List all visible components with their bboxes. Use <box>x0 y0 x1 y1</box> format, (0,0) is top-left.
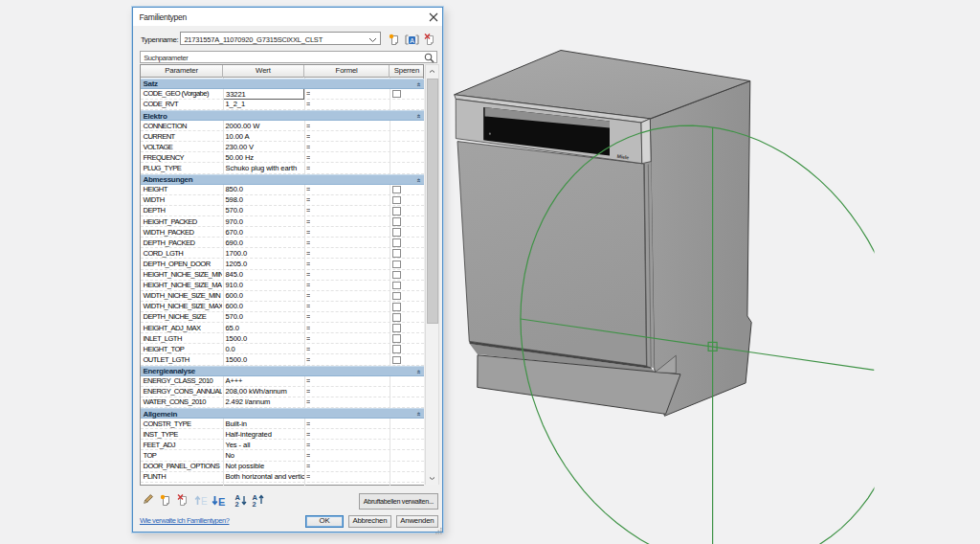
svg-text:2: 2 <box>234 500 238 508</box>
svg-text:2: 2 <box>253 500 256 508</box>
svg-text:A: A <box>411 37 415 44</box>
svg-text:E: E <box>201 496 208 507</box>
svg-text:E: E <box>218 495 225 507</box>
